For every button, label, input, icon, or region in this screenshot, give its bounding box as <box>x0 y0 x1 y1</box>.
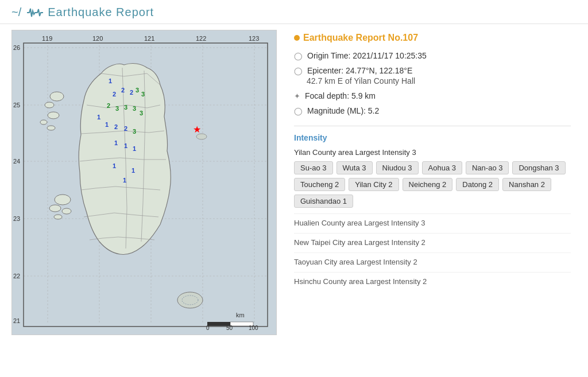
depth-icon: ✦ <box>294 92 300 100</box>
other-region-item: Hualien County area Largest Intensity 3 <box>294 213 571 227</box>
svg-text:119: 119 <box>42 35 52 42</box>
svg-text:2: 2 <box>121 87 125 94</box>
svg-text:3: 3 <box>115 105 119 112</box>
seismograph-icon: ~/ <box>11 6 21 19</box>
svg-point-17 <box>49 205 61 212</box>
wave-icon <box>27 6 43 19</box>
intensity-badge: Su-ao 3 <box>294 161 333 174</box>
other-region-item: Hsinchu County area Largest Intensity 2 <box>294 272 571 286</box>
svg-text:50: 50 <box>226 325 233 331</box>
svg-text:1: 1 <box>105 121 109 128</box>
intensity-badge: Guishandao 1 <box>294 195 353 208</box>
epicenter-location: 42.7 km E of Yilan County Hall <box>307 76 571 85</box>
map-container: 1 2 2 2 3 3 2 3 3 3 3 1 1 2 2 3 1 1 1 1 <box>11 30 277 335</box>
svg-text:1: 1 <box>131 167 135 174</box>
intensity-badge: Dongshan 3 <box>512 161 565 174</box>
svg-text:121: 121 <box>144 35 154 42</box>
other-region-item: New Taipei City area Largest Intensity 2 <box>294 233 571 247</box>
svg-point-20 <box>196 134 207 139</box>
svg-text:3: 3 <box>124 104 127 111</box>
page-title: Earthquake Report <box>48 6 154 19</box>
map-svg: 1 2 2 2 3 3 2 3 3 3 3 1 1 2 2 3 1 1 1 1 <box>12 30 276 335</box>
svg-text:1: 1 <box>109 77 112 84</box>
svg-text:3: 3 <box>141 91 145 98</box>
svg-text:26: 26 <box>13 44 20 51</box>
intensity-badge: Yilan City 2 <box>349 178 399 191</box>
svg-text:1: 1 <box>124 142 127 149</box>
svg-point-18 <box>62 208 71 214</box>
svg-text:2: 2 <box>130 89 133 96</box>
svg-point-11 <box>50 92 64 101</box>
svg-text:25: 25 <box>13 102 20 108</box>
epicenter-row: ◯ Epicenter: 24.77°N, 122.18°E 42.7 km E… <box>294 66 571 85</box>
intensity-badge: Wuta 3 <box>336 161 373 174</box>
intensity-badge: Datong 2 <box>456 178 499 191</box>
svg-text:3: 3 <box>140 110 143 116</box>
focal-depth-row: ✦ Focal depth: 5.9 km <box>294 91 571 100</box>
other-regions: Hualien County area Largest Intensity 3N… <box>294 213 571 286</box>
svg-text:2: 2 <box>124 125 127 132</box>
yilan-region-header: Yilan County area Largest Intensity 3 <box>294 148 571 157</box>
yilan-badges: Su-ao 3Wuta 3Niudou 3Aohua 3Nan-ao 3Dong… <box>294 161 571 208</box>
svg-text:3: 3 <box>133 128 136 135</box>
intensity-badge: Neicheng 2 <box>403 178 453 191</box>
svg-point-12 <box>45 102 54 108</box>
report-dot <box>294 35 300 41</box>
focal-depth-text: Focal depth: 5.9 km <box>305 91 376 100</box>
magnitude-text: Magnitude (ML): 5.2 <box>307 106 379 115</box>
svg-point-16 <box>55 195 71 205</box>
svg-text:1: 1 <box>123 177 126 184</box>
magnitude-icon: ◯ <box>294 107 303 115</box>
main-content: 1 2 2 2 3 3 2 3 3 3 3 1 1 2 2 3 1 1 1 1 <box>0 24 588 341</box>
svg-point-13 <box>48 112 59 119</box>
magnitude-row: ◯ Magnitude (ML): 5.2 <box>294 106 571 115</box>
svg-text:★: ★ <box>193 125 201 134</box>
app-header: ~/ Earthquake Report <box>0 0 588 24</box>
intensity-badge: Niudou 3 <box>376 161 419 174</box>
intensity-section: Intensity Yilan County area Largest Inte… <box>294 126 571 286</box>
map-image: 1 2 2 2 3 3 2 3 3 3 3 1 1 2 2 3 1 1 1 1 <box>12 30 276 335</box>
svg-text:2: 2 <box>113 91 116 98</box>
intensity-badge: Nanshan 2 <box>502 178 551 191</box>
svg-text:122: 122 <box>196 35 206 42</box>
clock-icon: ◯ <box>294 52 303 60</box>
svg-point-21 <box>177 292 203 308</box>
svg-text:21: 21 <box>13 317 20 324</box>
svg-point-14 <box>40 120 47 125</box>
report-number-label: Earthquake Report No.107 <box>303 33 418 43</box>
svg-text:1: 1 <box>113 162 116 169</box>
svg-text:100: 100 <box>249 325 258 331</box>
svg-text:123: 123 <box>249 35 259 42</box>
svg-text:km: km <box>236 312 245 318</box>
intensity-title: Intensity <box>294 133 571 142</box>
svg-text:0: 0 <box>206 325 210 331</box>
svg-text:2: 2 <box>114 123 118 130</box>
svg-text:3: 3 <box>133 105 136 112</box>
origin-time-text: Origin Time: 2021/11/17 10:25:35 <box>307 51 427 60</box>
intensity-badge: Aohua 3 <box>422 161 462 174</box>
info-panel: Earthquake Report No.107 ◯ Origin Time: … <box>288 30 577 335</box>
origin-time-row: ◯ Origin Time: 2021/11/17 10:25:35 <box>294 51 571 60</box>
svg-text:1: 1 <box>133 145 136 152</box>
svg-text:22: 22 <box>13 273 20 279</box>
svg-point-19 <box>54 215 62 219</box>
svg-text:2: 2 <box>107 102 110 109</box>
svg-text:120: 120 <box>92 35 103 42</box>
svg-text:1: 1 <box>114 139 118 146</box>
svg-text:3: 3 <box>136 87 139 94</box>
report-number: Earthquake Report No.107 <box>294 33 571 43</box>
epicenter-text: Epicenter: 24.77°N, 122.18°E <box>307 66 412 75</box>
svg-text:1: 1 <box>97 114 100 121</box>
location-icon: ◯ <box>294 67 303 75</box>
intensity-badge: Toucheng 2 <box>294 178 345 191</box>
svg-text:24: 24 <box>13 158 20 165</box>
intensity-badge: Nan-ao 3 <box>466 161 509 174</box>
svg-text:23: 23 <box>13 215 20 222</box>
other-region-item: Taoyuan City area Largest Intensity 2 <box>294 252 571 266</box>
svg-point-15 <box>47 126 55 130</box>
